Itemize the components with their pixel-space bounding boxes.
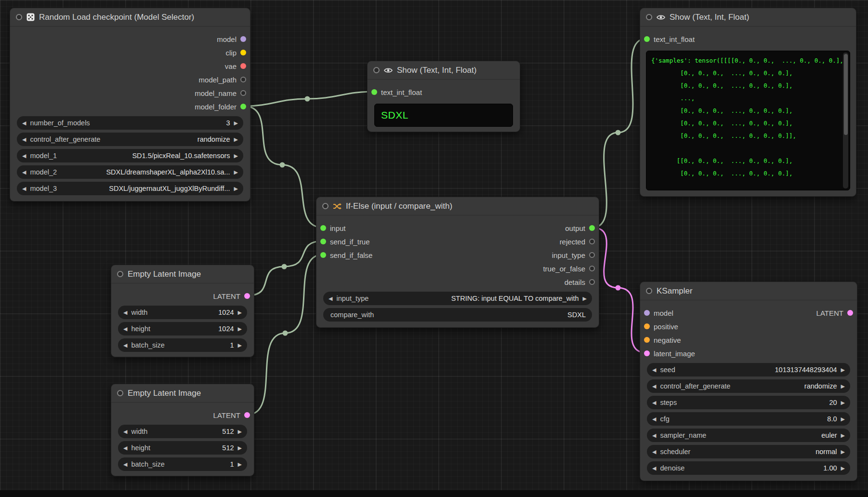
input-dot-positive[interactable] (644, 323, 650, 329)
node-if-else[interactable]: If-Else (input / compare_with) input sen… (316, 197, 599, 328)
decrement-arrow[interactable]: ◀ (123, 310, 127, 315)
node-show-small[interactable]: Show (Text, Int, Float) text_int_float S… (367, 61, 520, 132)
increment-arrow[interactable]: ▶ (841, 400, 845, 405)
widget-height[interactable]: ◀ height 512 ▶ (118, 441, 247, 455)
collapse-dot[interactable] (646, 14, 652, 20)
node-header[interactable]: If-Else (input / compare_with) (316, 197, 599, 215)
widget-scheduler[interactable]: ◀ scheduler normal ▶ (647, 445, 850, 458)
decrement-arrow[interactable]: ◀ (123, 326, 127, 332)
increment-arrow[interactable]: ▶ (841, 416, 845, 422)
widget-steps[interactable]: ◀ steps 20 ▶ (647, 396, 850, 409)
output-dot-vae[interactable] (240, 63, 246, 69)
node-ksampler[interactable]: KSampler model LATENT positive negative … (640, 282, 857, 481)
wire-dot[interactable] (616, 130, 621, 135)
widget-model-2[interactable]: ◀ model_2 SDXL/dreamshaperXL_alpha2Xl10.… (17, 165, 243, 179)
increment-arrow[interactable]: ▶ (238, 310, 242, 315)
scrollbar-track[interactable] (843, 53, 848, 188)
collapse-dot[interactable] (373, 67, 380, 73)
decrement-arrow[interactable]: ◀ (652, 433, 656, 438)
increment-arrow[interactable]: ▶ (841, 466, 845, 471)
node-random-load-checkpoint[interactable]: Random Load checkpoint (Model Selector) … (10, 8, 250, 201)
output-dot-model-folder[interactable] (240, 104, 246, 109)
node-header[interactable]: Empty Latent Image (111, 384, 254, 403)
increment-arrow[interactable]: ▶ (234, 186, 238, 191)
input-dot-negative[interactable] (644, 337, 650, 343)
output-dot-clip[interactable] (240, 50, 246, 55)
widget-number-of-models[interactable]: ◀ number_of_models 3 ▶ (17, 116, 243, 130)
input-dot-send-if-true[interactable] (320, 239, 326, 244)
decrement-arrow[interactable]: ◀ (652, 367, 656, 373)
output-dot-output[interactable] (589, 225, 595, 231)
wire-dot[interactable] (283, 331, 288, 336)
decrement-arrow[interactable]: ◀ (123, 343, 127, 348)
increment-arrow[interactable]: ▶ (234, 137, 238, 142)
decrement-arrow[interactable]: ◀ (123, 445, 127, 451)
input-dot-latent-image[interactable] (644, 350, 650, 356)
node-header[interactable]: Show (Text, Int, Float) (640, 8, 856, 27)
decrement-arrow[interactable]: ◀ (22, 153, 26, 159)
node-empty-latent-2[interactable]: Empty Latent Image LATENT ◀ width 512 ▶ … (111, 384, 254, 476)
increment-arrow[interactable]: ▶ (234, 153, 238, 159)
decrement-arrow[interactable]: ◀ (652, 384, 656, 389)
widget-input-type[interactable]: ◀ input_type STRING: input EQUAL TO comp… (323, 292, 592, 305)
widget-width[interactable]: ◀ width 512 ▶ (118, 425, 247, 438)
decrement-arrow[interactable]: ◀ (652, 466, 656, 471)
node-header[interactable]: KSampler (640, 282, 857, 300)
output-dot-details[interactable] (589, 279, 595, 285)
text-display[interactable]: SDXL (374, 104, 513, 127)
text-display[interactable]: {'samples': tensor([[[[0., 0., 0., ..., … (646, 51, 850, 190)
decrement-arrow[interactable]: ◀ (22, 170, 26, 175)
widget-model-3[interactable]: ◀ model_3 SDXL/juggernautXL_juggXlByRund… (17, 182, 243, 195)
input-dot-input[interactable] (320, 225, 326, 231)
decrement-arrow[interactable]: ◀ (329, 296, 332, 301)
decrement-arrow[interactable]: ◀ (22, 121, 26, 126)
widget-width[interactable]: ◀ width 1024 ▶ (118, 306, 247, 319)
output-dot-latent[interactable] (244, 293, 250, 299)
output-dot-model[interactable] (240, 36, 246, 42)
increment-arrow[interactable]: ▶ (841, 433, 845, 438)
increment-arrow[interactable]: ▶ (841, 367, 845, 373)
widget-model-1[interactable]: ◀ model_1 SD1.5/picxReal_10.safetensors … (17, 149, 243, 162)
collapse-dot[interactable] (322, 203, 329, 209)
output-dot-model-name[interactable] (240, 90, 246, 96)
increment-arrow[interactable]: ▶ (238, 326, 242, 332)
scrollbar-thumb[interactable] (844, 54, 848, 135)
collapse-dot[interactable] (646, 288, 652, 294)
decrement-arrow[interactable]: ◀ (22, 186, 26, 191)
collapse-dot[interactable] (16, 14, 22, 20)
widget-control-after-generate[interactable]: ◀ control_after_generate randomize ▶ (17, 133, 243, 146)
wire-dot[interactable] (280, 162, 285, 168)
decrement-arrow[interactable]: ◀ (123, 462, 127, 467)
decrement-arrow[interactable]: ◀ (652, 416, 656, 422)
output-dot-latent[interactable] (847, 310, 853, 316)
increment-arrow[interactable]: ▶ (238, 429, 242, 434)
widget-batch-size[interactable]: ◀ batch_size 1 ▶ (118, 338, 247, 352)
increment-arrow[interactable]: ▶ (238, 445, 242, 451)
output-dot-rejected[interactable] (589, 239, 595, 244)
input-dot-send-if-false[interactable] (320, 252, 326, 258)
increment-arrow[interactable]: ▶ (238, 462, 242, 467)
increment-arrow[interactable]: ▶ (841, 449, 845, 455)
collapse-dot[interactable] (117, 271, 123, 277)
wire-dot[interactable] (305, 96, 310, 102)
node-show-large[interactable]: Show (Text, Int, Float) text_int_float {… (640, 8, 856, 197)
wire-dot[interactable] (616, 285, 621, 291)
widget-sampler-name[interactable]: ◀ sampler_name euler ▶ (647, 429, 850, 442)
widget-control-after-generate[interactable]: ◀ control_after_generate randomize ▶ (647, 379, 850, 393)
increment-arrow[interactable]: ▶ (234, 170, 238, 175)
decrement-arrow[interactable]: ◀ (123, 429, 127, 434)
decrement-arrow[interactable]: ◀ (652, 400, 656, 405)
input-dot-model[interactable] (644, 310, 650, 316)
output-dot-true-or-false[interactable] (589, 266, 595, 271)
increment-arrow[interactable]: ▶ (583, 296, 587, 301)
output-dot-latent[interactable] (244, 412, 250, 418)
increment-arrow[interactable]: ▶ (841, 384, 845, 389)
widget-compare-with[interactable]: compare_with SDXL (323, 308, 592, 322)
node-empty-latent-1[interactable]: Empty Latent Image LATENT ◀ width 1024 ▶… (111, 265, 254, 357)
increment-arrow[interactable]: ▶ (234, 121, 238, 126)
node-header[interactable]: Show (Text, Int, Float) (368, 61, 520, 80)
collapse-dot[interactable] (117, 390, 123, 396)
node-header[interactable]: Random Load checkpoint (Model Selector) (10, 8, 250, 27)
widget-batch-size[interactable]: ◀ batch_size 1 ▶ (118, 457, 247, 471)
output-dot-input-type[interactable] (589, 252, 595, 258)
